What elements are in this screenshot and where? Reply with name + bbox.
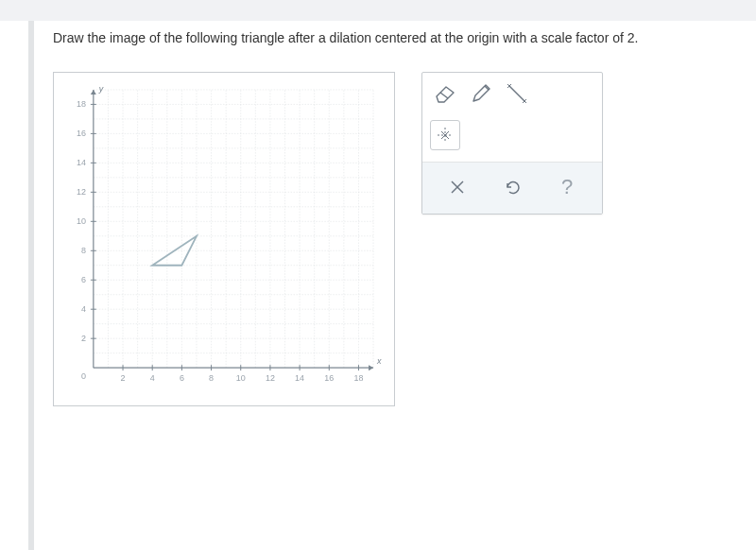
svg-text:4: 4: [150, 373, 155, 383]
svg-text:18: 18: [77, 99, 86, 109]
svg-line-80: [440, 93, 448, 98]
svg-text:0: 0: [81, 371, 86, 381]
question-text: Draw the image of the following triangle…: [53, 30, 737, 45]
help-button[interactable]: ?: [548, 174, 586, 200]
svg-text:10: 10: [77, 216, 86, 226]
svg-text:14: 14: [77, 158, 86, 167]
svg-text:12: 12: [266, 373, 275, 383]
svg-text:4: 4: [81, 304, 86, 314]
eraser-icon: [433, 83, 457, 104]
svg-text:16: 16: [77, 129, 86, 138]
svg-text:y: y: [98, 84, 104, 94]
close-button[interactable]: [438, 174, 476, 200]
pencil-tool[interactable]: [466, 78, 496, 109]
line-icon: [505, 81, 529, 106]
svg-text:16: 16: [324, 373, 334, 383]
close-icon: [450, 180, 465, 195]
svg-text:x: x: [376, 356, 382, 366]
toolbox: ?: [421, 72, 603, 215]
svg-text:8: 8: [209, 373, 214, 383]
reset-button[interactable]: [493, 174, 531, 200]
svg-text:2: 2: [81, 334, 86, 343]
origin-marker-tool[interactable]: [430, 120, 460, 150]
origin-marker-icon: [435, 125, 455, 146]
eraser-tool[interactable]: [430, 78, 460, 109]
svg-text:6: 6: [81, 275, 86, 284]
svg-text:8: 8: [81, 246, 86, 255]
svg-text:6: 6: [180, 373, 184, 383]
svg-text:14: 14: [295, 373, 304, 383]
svg-text:2: 2: [121, 373, 126, 383]
line-tool[interactable]: [502, 78, 532, 109]
svg-text:10: 10: [236, 373, 246, 383]
reset-icon: [504, 179, 521, 196]
svg-text:18: 18: [353, 373, 363, 383]
graph-panel[interactable]: 24681012141618246810121416180xy: [53, 72, 395, 406]
pencil-icon: [469, 81, 493, 106]
svg-line-82: [509, 86, 524, 101]
coordinate-graph[interactable]: 24681012141618246810121416180xy: [71, 80, 383, 388]
svg-text:12: 12: [77, 187, 86, 197]
